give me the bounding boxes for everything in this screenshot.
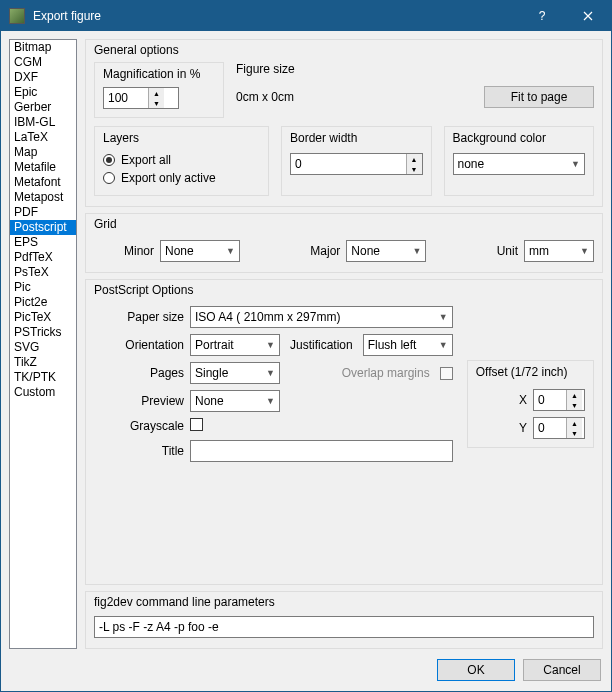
format-item-metapost[interactable]: Metapost <box>10 190 76 205</box>
help-button[interactable]: ? <box>519 1 565 31</box>
border-width-subgroup: Border width ▲▼ <box>281 126 432 196</box>
orientation-combo[interactable]: Portrait▼ <box>190 334 280 356</box>
format-item-svg[interactable]: SVG <box>10 340 76 355</box>
border-width-label: Border width <box>290 131 423 145</box>
format-item-eps[interactable]: EPS <box>10 235 76 250</box>
format-item-cgm[interactable]: CGM <box>10 55 76 70</box>
paper-size-label: Paper size <box>94 310 184 324</box>
titlebar: Export figure ? <box>1 1 611 31</box>
format-item-pstricks[interactable]: PSTricks <box>10 325 76 340</box>
offset-x-input[interactable] <box>534 390 566 410</box>
chevron-down-icon: ▼ <box>266 368 275 378</box>
grid-group: Grid Minor None▼ Major None▼ Unit mm▼ <box>85 213 603 273</box>
commandline-title: fig2dev command line parameters <box>94 595 594 609</box>
format-item-latex[interactable]: LaTeX <box>10 130 76 145</box>
grid-unit-combo[interactable]: mm▼ <box>524 240 594 262</box>
chevron-down-icon: ▼ <box>580 246 589 256</box>
export-all-label: Export all <box>121 153 171 167</box>
magnification-subgroup: Magnification in % ▲▼ <box>94 62 224 118</box>
overlap-margins-label: Overlap margins <box>290 366 430 380</box>
title-label: Title <box>94 444 184 458</box>
pages-combo[interactable]: Single▼ <box>190 362 280 384</box>
preview-label: Preview <box>94 394 184 408</box>
close-button[interactable] <box>565 1 611 31</box>
export-all-radio[interactable]: Export all <box>103 151 260 169</box>
grayscale-label: Grayscale <box>94 419 184 433</box>
border-width-spinner[interactable]: ▲▼ <box>290 153 423 175</box>
spinner-down-icon[interactable]: ▼ <box>567 400 582 410</box>
preview-value: None <box>195 394 224 408</box>
general-options-title: General options <box>94 43 594 57</box>
grid-unit-label: Unit <box>497 244 518 258</box>
pages-value: Single <box>195 366 228 380</box>
grid-major-label: Major <box>310 244 340 258</box>
format-list[interactable]: BitmapCGMDXFEpicGerberIBM-GLLaTeXMapMeta… <box>9 39 77 649</box>
spinner-up-icon[interactable]: ▲ <box>567 418 582 428</box>
offset-subgroup: Offset (1/72 inch) X ▲▼ Y ▲▼ <box>467 360 594 448</box>
commandline-input[interactable] <box>94 616 594 638</box>
format-item-ibm-gl[interactable]: IBM-GL <box>10 115 76 130</box>
spinner-up-icon[interactable]: ▲ <box>407 154 422 164</box>
format-item-custom[interactable]: Custom <box>10 385 76 400</box>
layers-subgroup: Layers Export all Export only active <box>94 126 269 196</box>
format-item-pictex[interactable]: PicTeX <box>10 310 76 325</box>
magnification-label: Magnification in % <box>103 67 215 81</box>
postscript-options-title: PostScript Options <box>94 283 594 297</box>
format-item-gerber[interactable]: Gerber <box>10 100 76 115</box>
grid-major-combo[interactable]: None▼ <box>346 240 426 262</box>
format-item-map[interactable]: Map <box>10 145 76 160</box>
offset-label: Offset (1/72 inch) <box>476 365 585 379</box>
format-item-pict2e[interactable]: Pict2e <box>10 295 76 310</box>
layers-label: Layers <box>103 131 260 145</box>
ok-button[interactable]: OK <box>437 659 515 681</box>
window-title: Export figure <box>33 9 519 23</box>
justification-combo[interactable]: Flush left▼ <box>363 334 453 356</box>
offset-x-label: X <box>519 393 527 407</box>
format-item-metafile[interactable]: Metafile <box>10 160 76 175</box>
grid-title: Grid <box>94 217 594 231</box>
border-width-input[interactable] <box>291 154 406 174</box>
format-item-bitmap[interactable]: Bitmap <box>10 40 76 55</box>
general-options-group: General options Magnification in % ▲▼ Fi… <box>85 39 603 207</box>
preview-combo[interactable]: None▼ <box>190 390 280 412</box>
format-item-tk-ptk[interactable]: TK/PTK <box>10 370 76 385</box>
format-item-pdftex[interactable]: PdfTeX <box>10 250 76 265</box>
fit-to-page-button[interactable]: Fit to page <box>484 86 594 108</box>
offset-y-input[interactable] <box>534 418 566 438</box>
grid-minor-value: None <box>165 244 194 258</box>
magnification-input[interactable] <box>104 88 148 108</box>
justification-value: Flush left <box>368 338 417 352</box>
spinner-up-icon[interactable]: ▲ <box>149 88 164 98</box>
format-item-postscript[interactable]: Postscript <box>10 220 76 235</box>
figure-size-value: 0cm x 0cm <box>236 90 294 104</box>
dialog-footer: OK Cancel <box>1 653 611 691</box>
spinner-down-icon[interactable]: ▼ <box>149 98 164 108</box>
format-item-epic[interactable]: Epic <box>10 85 76 100</box>
chevron-down-icon: ▼ <box>266 396 275 406</box>
format-item-pstex[interactable]: PsTeX <box>10 265 76 280</box>
offset-y-spinner[interactable]: ▲▼ <box>533 417 585 439</box>
offset-x-spinner[interactable]: ▲▼ <box>533 389 585 411</box>
format-item-tikz[interactable]: TikZ <box>10 355 76 370</box>
background-color-value: none <box>458 157 485 171</box>
magnification-spinner[interactable]: ▲▼ <box>103 87 179 109</box>
grayscale-checkbox[interactable] <box>190 418 203 431</box>
format-item-metafont[interactable]: Metafont <box>10 175 76 190</box>
spinner-down-icon[interactable]: ▼ <box>567 428 582 438</box>
format-item-dxf[interactable]: DXF <box>10 70 76 85</box>
chevron-down-icon: ▼ <box>571 159 580 169</box>
grid-minor-combo[interactable]: None▼ <box>160 240 240 262</box>
background-color-combo[interactable]: none▼ <box>453 153 586 175</box>
pages-label: Pages <box>94 366 184 380</box>
export-active-radio[interactable]: Export only active <box>103 169 260 187</box>
paper-size-combo[interactable]: ISO A4 ( 210mm x 297mm)▼ <box>190 306 453 328</box>
spinner-up-icon[interactable]: ▲ <box>567 390 582 400</box>
app-icon <box>9 8 25 24</box>
background-color-subgroup: Background color none▼ <box>444 126 595 196</box>
format-item-pic[interactable]: Pic <box>10 280 76 295</box>
spinner-down-icon[interactable]: ▼ <box>407 164 422 174</box>
format-item-pdf[interactable]: PDF <box>10 205 76 220</box>
title-input[interactable] <box>190 440 453 462</box>
close-icon <box>583 11 593 21</box>
cancel-button[interactable]: Cancel <box>523 659 601 681</box>
